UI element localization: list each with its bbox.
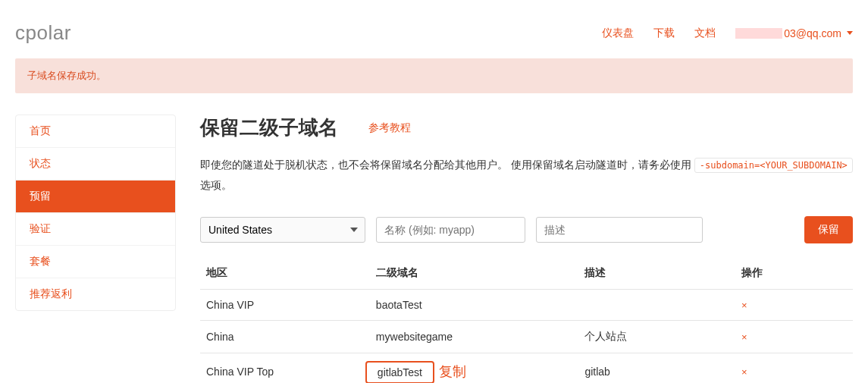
email-suffix: 03@qq.com: [784, 27, 841, 39]
cell-region: China VIP Top: [200, 353, 370, 383]
delete-button[interactable]: ×: [741, 331, 747, 343]
cell-region: China VIP: [200, 290, 370, 321]
copy-annotation: 复制: [439, 363, 466, 381]
table-row: Chinamywebsitegame个人站点×: [200, 321, 853, 353]
sidebar-item-2[interactable]: 预留: [16, 181, 175, 213]
subdomain-table: 地区 二级域名 描述 操作 China VIPbaotaTest×Chinamy…: [200, 257, 853, 383]
sidebar-item-5[interactable]: 推荐返利: [16, 278, 175, 310]
table-row: China VIPbaotaTest×: [200, 290, 853, 321]
cell-subdomain: baotaTest: [370, 290, 579, 321]
nav-dashboard[interactable]: 仪表盘: [602, 27, 634, 40]
chevron-down-icon: [847, 31, 853, 35]
cell-action: ×: [735, 321, 853, 353]
cell-action: ×: [735, 353, 853, 383]
highlight-box: gitlabTest: [365, 361, 434, 383]
sidebar-item-1[interactable]: 状态: [16, 148, 175, 181]
sidebar: 首页状态预留验证套餐推荐返利: [15, 115, 176, 311]
th-subdomain: 二级域名: [370, 257, 579, 290]
cell-region: China: [200, 321, 370, 353]
name-input[interactable]: [376, 217, 525, 243]
main-content: 保留二级子域名 参考教程 即使您的隧道处于脱机状态，也不会将保留域名分配给其他用…: [200, 115, 853, 383]
save-button[interactable]: 保留: [804, 216, 853, 243]
sidebar-item-3[interactable]: 验证: [16, 213, 175, 246]
th-action: 操作: [735, 257, 853, 290]
th-region: 地区: [200, 257, 370, 290]
cell-subdomain: gitlabTest复制: [370, 353, 579, 383]
brand-logo: cpolar: [15, 21, 71, 45]
page-title: 保留二级子域名: [200, 115, 338, 141]
cell-desc: gitlab: [578, 353, 735, 383]
topbar: cpolar 仪表盘 下载 文档 03@qq.com: [15, 0, 853, 58]
nav-download[interactable]: 下载: [653, 27, 675, 40]
th-desc: 描述: [578, 257, 735, 290]
cell-subdomain: mywebsitegame: [370, 321, 579, 353]
code-chip: -subdomain=<YOUR_SUBDOMAIN>: [694, 158, 853, 173]
reserve-form: United States 保留: [200, 216, 853, 243]
top-nav: 仪表盘 下载 文档 03@qq.com: [602, 27, 853, 40]
user-menu[interactable]: 03@qq.com: [735, 27, 853, 39]
desc-text-before: 即使您的隧道处于脱机状态，也不会将保留域名分配给其他用户。 使用保留域名启动隧道…: [200, 159, 691, 171]
cell-desc: 个人站点: [578, 321, 735, 353]
desc-text-after: 选项。: [200, 179, 232, 191]
help-link[interactable]: 参考教程: [368, 121, 411, 135]
region-select[interactable]: United States: [200, 217, 365, 243]
sidebar-item-0[interactable]: 首页: [16, 115, 175, 148]
nav-docs[interactable]: 文档: [694, 27, 716, 40]
email-redacted: [735, 28, 782, 39]
delete-button[interactable]: ×: [741, 300, 747, 311]
alert-success: 子域名保存成功。: [15, 58, 853, 93]
description: 即使您的隧道处于脱机状态，也不会将保留域名分配给其他用户。 使用保留域名启动隧道…: [200, 155, 853, 195]
table-row: China VIP TopgitlabTest复制gitlab×: [200, 353, 853, 383]
delete-button[interactable]: ×: [741, 366, 747, 378]
desc-input[interactable]: [536, 217, 703, 243]
sidebar-item-4[interactable]: 套餐: [16, 246, 175, 278]
cell-desc: [578, 290, 735, 321]
cell-action: ×: [735, 290, 853, 321]
